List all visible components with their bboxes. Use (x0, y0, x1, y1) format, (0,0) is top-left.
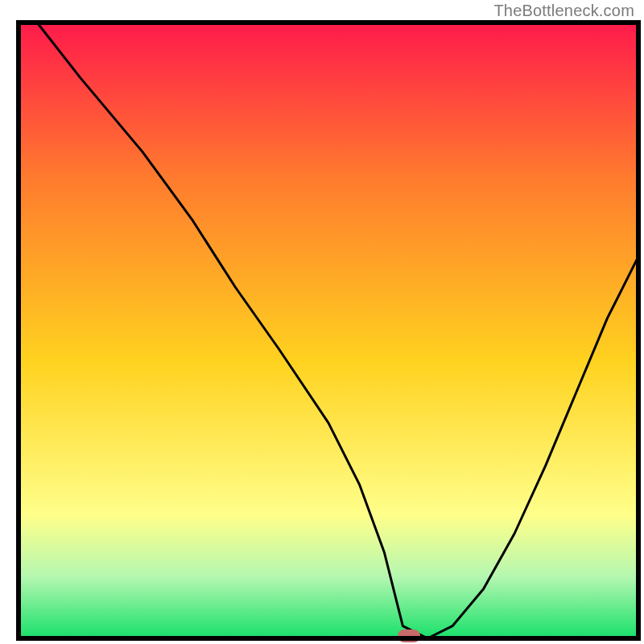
bottleneck-chart (0, 0, 644, 644)
